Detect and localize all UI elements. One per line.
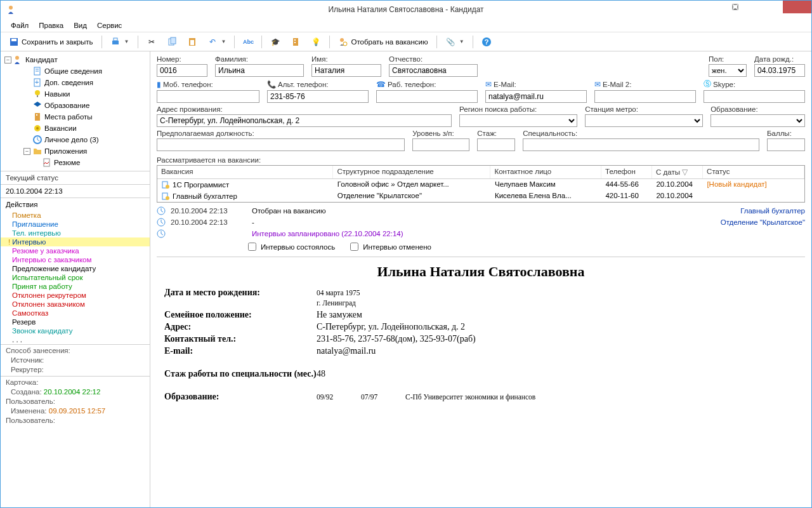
close-button[interactable]	[783, 1, 811, 13]
sex-select[interactable]: жен.	[709, 64, 747, 77]
action-item[interactable]: Отклонен заказчиком	[1, 300, 150, 309]
tool-print[interactable]: ▼	[106, 34, 134, 50]
action-item[interactable]: Тел. интервью	[1, 229, 150, 237]
minimize-button[interactable]	[726, 1, 754, 13]
experience-input[interactable]	[477, 138, 515, 151]
interview-cancel-check[interactable]: Интервью отменено	[348, 241, 431, 253]
tree-attachments[interactable]: −Приложения	[4, 145, 146, 157]
tree-item[interactable]: Общие сведения	[4, 65, 146, 77]
tool-copy[interactable]	[162, 34, 181, 50]
svg-rect-12	[190, 40, 194, 45]
table-row[interactable]: 1С ПрограммистГоловной офис » Отдел марк…	[157, 179, 804, 190]
tool-paste[interactable]	[183, 34, 202, 50]
status-date: 20.10.2004 22:13	[1, 184, 150, 197]
svg-point-35	[166, 185, 169, 189]
email-input[interactable]	[485, 90, 587, 103]
action-item[interactable]: Звонок кандидату	[1, 326, 150, 335]
action-item[interactable]: Интервью	[1, 237, 150, 246]
nav-tree: −Кандидат Общие сведения+Доп. сведенияНа…	[1, 51, 150, 171]
middlename-input[interactable]	[389, 64, 478, 77]
tree-root[interactable]: −Кандидат	[4, 54, 146, 65]
action-item[interactable]: Приглашение	[1, 220, 150, 229]
position-input[interactable]	[157, 138, 405, 151]
tool-help[interactable]: ?	[477, 34, 496, 50]
tree-item[interactable]: Навыки	[4, 88, 146, 100]
select-vacancy-button[interactable]: Отобрать на вакансию	[334, 34, 432, 50]
region-select[interactable]	[459, 114, 577, 127]
scissors-icon: ✂	[147, 37, 157, 47]
svg-rect-7	[112, 41, 119, 44]
interview-done-check[interactable]: Интервью состоялось	[246, 241, 335, 253]
action-item[interactable]: Принят на работу	[1, 282, 150, 291]
action-item[interactable]: Резюме у заказчика	[1, 246, 150, 255]
speciality-input[interactable]	[523, 138, 759, 151]
resume-view[interactable]: Ильина Наталия Святославовна Дата и мест…	[157, 257, 805, 507]
address-input[interactable]	[157, 114, 452, 127]
action-item[interactable]: Резерв	[1, 318, 150, 326]
paste-icon	[187, 37, 197, 47]
save-close-button[interactable]: Сохранить и закрыть	[4, 34, 98, 50]
person-search-icon	[338, 37, 348, 47]
tree-item[interactable]: Образование	[4, 100, 146, 111]
action-item[interactable]: . . .	[1, 335, 150, 344]
education-select[interactable]	[710, 114, 805, 127]
svg-point-20	[15, 56, 19, 60]
tool-building[interactable]	[286, 34, 305, 50]
tool-edu[interactable]: 🎓	[266, 34, 285, 50]
save-icon	[9, 37, 19, 47]
tool-undo[interactable]: ↶▼	[203, 34, 231, 50]
lastname-input[interactable]	[215, 64, 304, 77]
salary-input[interactable]	[412, 138, 469, 151]
actions-list: ПометкаПриглашениеТел. интервьюИнтервьюР…	[1, 211, 150, 344]
number-input[interactable]	[157, 64, 207, 77]
workphone-icon: ☎	[376, 80, 386, 89]
tree-item[interactable]: Вакансии	[4, 123, 146, 134]
help-icon: ?	[481, 37, 492, 47]
tool-bulb[interactable]: 💡	[306, 34, 325, 50]
score-input[interactable]	[767, 138, 805, 151]
svg-point-31	[36, 127, 39, 130]
mail-icon: ✉	[485, 80, 492, 89]
action-item[interactable]: Отклонен рекрутером	[1, 291, 150, 300]
tree-resume[interactable]: Резюме	[4, 157, 146, 168]
mobile-input[interactable]	[157, 90, 259, 103]
dob-input[interactable]	[754, 64, 805, 77]
table-row[interactable]: Главный бухгалтерОтделение "Крылатское"К…	[157, 190, 804, 202]
action-item[interactable]: Пометка	[1, 211, 150, 220]
skype-input[interactable]	[704, 90, 805, 103]
altphone-input[interactable]	[267, 90, 369, 103]
svg-text:?: ?	[484, 38, 488, 46]
copy-icon	[167, 37, 177, 47]
mobile-icon: ▮	[157, 80, 161, 89]
action-item[interactable]: Испытательный срок	[1, 273, 150, 282]
maximize-button[interactable]	[754, 1, 783, 13]
menu-view[interactable]: Вид	[69, 20, 92, 31]
toolbar: Сохранить и закрыть ▼ ✂ ↶▼ Abc 🎓 💡 Отобр…	[1, 32, 811, 51]
tool-attach[interactable]: 📎▼	[441, 34, 469, 50]
workphone-input[interactable]	[376, 90, 478, 103]
action-item[interactable]: Предложение кандидату	[1, 264, 150, 273]
menu-service[interactable]: Сервис	[92, 20, 127, 31]
tree-item[interactable]: Личное дело (3)	[4, 134, 146, 145]
abc-icon: Abc	[243, 37, 253, 47]
svg-text:+: +	[35, 78, 39, 86]
firstname-input[interactable]	[311, 64, 381, 77]
metro-select[interactable]	[585, 114, 703, 127]
svg-rect-28	[35, 113, 40, 121]
action-item[interactable]: Самоотказ	[1, 309, 150, 318]
tool-spellcheck[interactable]: Abc	[239, 34, 258, 50]
tree-item[interactable]: Места работы	[4, 111, 146, 123]
undo-icon: ↶	[207, 37, 218, 47]
vacancy-grid[interactable]: Вакансия Структурное подразделение Конта…	[157, 165, 805, 203]
menu-file[interactable]: Файл	[6, 20, 34, 31]
phone-icon: 📞	[267, 80, 276, 89]
menu-edit[interactable]: Правка	[34, 20, 69, 31]
email2-input[interactable]	[594, 90, 696, 103]
resume-name: Ильина Наталия Святославовна	[164, 264, 797, 280]
entry-method-section: Способ занесения: Источник: Рекрутер:	[1, 344, 150, 376]
tool-cut[interactable]: ✂	[142, 34, 161, 50]
svg-rect-14	[294, 39, 296, 41]
tree-item[interactable]: +Доп. сведения	[4, 77, 146, 88]
svg-rect-27	[37, 95, 38, 97]
action-item[interactable]: Интервью с заказчиком	[1, 255, 150, 264]
